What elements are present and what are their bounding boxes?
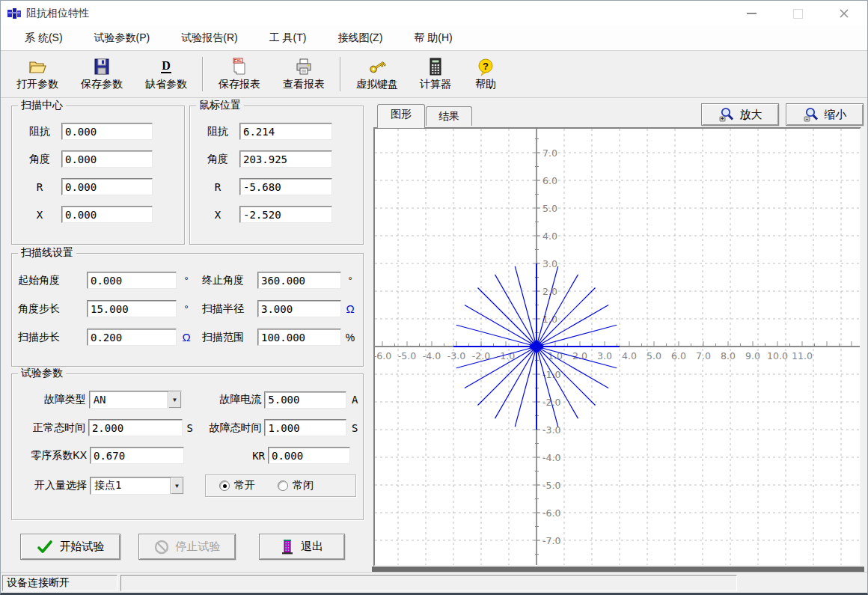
mouse-r-label: R (196, 181, 239, 193)
svg-text:7.0: 7.0 (542, 147, 557, 159)
svg-text:-4.0: -4.0 (542, 452, 560, 463)
start-angle-label: 起始角度 (18, 274, 87, 287)
scan-r-label: R (18, 181, 61, 193)
mouse-r-value[interactable] (239, 178, 332, 195)
svg-text:-3.0: -3.0 (447, 350, 465, 361)
contact-mode-box: 常开 常闭 (205, 475, 356, 497)
save-report-button[interactable]: EXL 保存报表 (207, 53, 272, 95)
default-d-icon: D (156, 57, 176, 76)
scan-step-unit: Ω (177, 331, 196, 344)
menu-system[interactable]: 系 统(S) (16, 28, 72, 48)
fault-current-label: 故障电流 (182, 393, 264, 406)
default-params-button[interactable]: D 缺省参数 (134, 53, 198, 95)
svg-text:D: D (162, 59, 171, 72)
mouse-angle-value[interactable] (239, 150, 332, 168)
app-icon (7, 6, 22, 21)
input-select-combo[interactable]: 接点1 ▼ (90, 477, 184, 495)
menu-help[interactable]: 帮 助(H) (405, 28, 461, 48)
mouse-impedance-label: 阻抗 (196, 125, 239, 138)
svg-text:6.0: 6.0 (542, 175, 557, 186)
save-params-button[interactable]: 保存参数 (70, 53, 134, 95)
virtual-keyboard-button[interactable]: 虚拟键盘 (345, 53, 409, 95)
scan-x-input[interactable] (61, 206, 153, 223)
close-button[interactable] (821, 1, 867, 26)
question-icon: ? (476, 57, 495, 76)
end-angle-input[interactable] (257, 272, 341, 289)
key-icon (367, 57, 387, 76)
scan-r-input[interactable] (61, 178, 153, 195)
normally-open-label: 常开 (234, 479, 255, 492)
mouse-angle-label: 角度 (196, 153, 239, 166)
menu-test-params[interactable]: 试验参数(P) (85, 28, 159, 48)
svg-text:3.0: 3.0 (597, 350, 612, 361)
printer-icon (294, 57, 314, 76)
app-window: 阻抗相位特性 系 统(S) 试验参数(P) 试验报告(R) 工 具(T) 接线图… (0, 0, 868, 595)
angle-step-input[interactable] (87, 300, 177, 317)
svg-text:EXL: EXL (234, 58, 242, 63)
status-bar: 设备连接断开 (1, 572, 867, 593)
radio-normally-closed[interactable] (278, 480, 288, 491)
normally-open-option[interactable]: 常开 (219, 479, 255, 492)
chevron-down-icon[interactable]: ▼ (168, 391, 181, 408)
help-button[interactable]: ? 帮助 (462, 53, 510, 95)
svg-text:-7.0: -7.0 (542, 535, 560, 546)
fault-current-input[interactable] (264, 391, 346, 409)
scan-range-unit: % (341, 332, 359, 344)
svg-text:+: + (721, 116, 724, 121)
tab-results[interactable]: 结果 (426, 106, 472, 126)
mouse-position-title: 鼠标位置 (196, 99, 244, 112)
zoom-out-button[interactable]: - 缩小 (786, 103, 864, 126)
zoom-in-button[interactable]: + 放大 (701, 103, 779, 126)
scan-radius-input[interactable] (257, 300, 341, 317)
open-params-button[interactable]: 打开参数 (5, 53, 70, 95)
maximize-button[interactable] (774, 1, 821, 26)
tab-graph[interactable]: 图形 (377, 104, 425, 128)
exit-button[interactable]: 退出 (259, 534, 345, 560)
status-message-panel (120, 575, 737, 591)
fault-time-input[interactable] (264, 419, 346, 436)
scan-angle-label: 角度 (18, 153, 61, 166)
start-angle-unit: ° (177, 275, 196, 286)
start-angle-input[interactable] (87, 272, 177, 289)
kr-input[interactable] (268, 447, 350, 464)
impedance-plot[interactable]: -6.0-5.0-4.0-3.0-2.0-1.01.02.03.04.05.06… (373, 127, 861, 567)
svg-text:-: - (806, 115, 808, 122)
impedance-sweep-chart[interactable]: -6.0-5.0-4.0-3.0-2.0-1.01.02.03.04.05.06… (375, 129, 860, 565)
start-test-button[interactable]: 开始试验 (20, 534, 120, 560)
scan-impedance-label: 阻抗 (18, 125, 61, 138)
zoom-in-icon: + (718, 106, 735, 123)
input-select-label: 开入量选择 (18, 479, 90, 492)
scan-angle-input[interactable] (61, 150, 153, 168)
chart-bottom-edge (372, 567, 864, 572)
normally-closed-option[interactable]: 常闭 (278, 479, 314, 492)
menu-test-report[interactable]: 试验报告(R) (172, 28, 246, 48)
menu-wiring-diagram[interactable]: 接线图(Z) (328, 28, 391, 48)
calculator-button[interactable]: 计算器 (409, 53, 462, 95)
scan-center-title: 扫描中心 (18, 99, 66, 112)
chevron-down-icon[interactable]: ▼ (170, 477, 183, 494)
svg-text:5.0: 5.0 (542, 203, 557, 214)
mouse-x-label: X (196, 209, 239, 221)
mouse-x-value[interactable] (239, 206, 332, 223)
scan-step-input[interactable] (87, 329, 177, 346)
mouse-impedance-value[interactable] (239, 123, 332, 140)
minimize-icon (747, 13, 757, 14)
stop-slash-icon (154, 540, 169, 555)
minimize-button[interactable] (728, 1, 774, 26)
svg-text:4.0: 4.0 (542, 231, 557, 242)
view-report-button[interactable]: 查看报表 (272, 53, 336, 95)
svg-text:8.0: 8.0 (721, 350, 736, 361)
menu-tools[interactable]: 工 具(T) (260, 28, 316, 48)
radio-normally-open[interactable] (219, 480, 230, 491)
check-icon (37, 540, 53, 555)
kx-input[interactable] (90, 447, 184, 464)
scan-line-group: 扫描线设置 起始角度 ° 终止角度 ° 角度步长 ° 扫描半径 Ω 扫描步长 Ω (11, 253, 364, 367)
scan-impedance-input[interactable] (61, 123, 153, 140)
stop-test-button[interactable]: 停止试验 (138, 534, 236, 560)
scan-range-input[interactable] (257, 329, 341, 346)
angle-step-label: 角度步长 (18, 302, 87, 316)
svg-text:-5.0: -5.0 (398, 350, 416, 361)
fault-type-value: AN (90, 394, 168, 406)
normal-time-input[interactable] (88, 419, 183, 436)
fault-type-combo[interactable]: AN ▼ (89, 391, 182, 409)
